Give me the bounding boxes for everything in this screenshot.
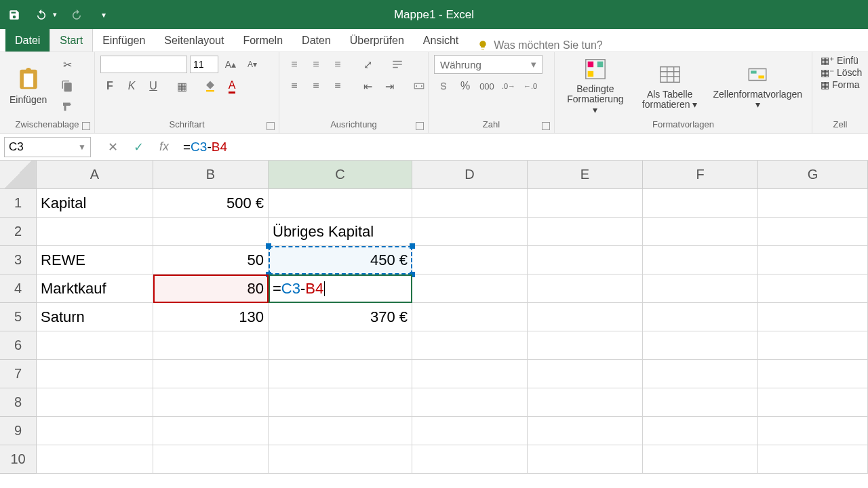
cell-D1[interactable] xyxy=(412,189,528,218)
cell-D3[interactable] xyxy=(412,246,528,274)
cell-B5[interactable]: 130 xyxy=(153,303,269,331)
cell[interactable] xyxy=(37,360,153,388)
cell[interactable] xyxy=(269,388,412,417)
fill-color-icon[interactable] xyxy=(201,77,220,96)
range-handle[interactable] xyxy=(266,272,271,277)
wrap-text-icon[interactable] xyxy=(388,55,407,74)
cell-A2[interactable] xyxy=(37,218,153,246)
thousands-icon[interactable]: 000 xyxy=(477,77,496,96)
align-right-icon[interactable]: ≡ xyxy=(328,77,347,96)
cell-F3[interactable] xyxy=(643,246,758,274)
cell-G5[interactable] xyxy=(758,303,868,331)
tab-data[interactable]: Daten xyxy=(292,29,340,52)
cell[interactable] xyxy=(528,360,643,388)
decrease-indent-icon[interactable]: ⇤ xyxy=(358,77,377,96)
cell-E4[interactable] xyxy=(528,274,643,303)
shrink-font-icon[interactable]: A▾ xyxy=(243,55,262,74)
cancel-icon[interactable]: ✕ xyxy=(103,138,122,157)
name-box[interactable]: C3▼ xyxy=(4,137,91,157)
col-header-B[interactable]: B xyxy=(153,161,269,189)
orientation-icon[interactable]: ⤢ xyxy=(358,55,377,74)
cell[interactable] xyxy=(412,445,528,474)
row-header-9[interactable]: 9 xyxy=(0,417,37,445)
cell-B3[interactable]: 50 xyxy=(153,246,269,274)
bold-button[interactable]: F xyxy=(100,77,119,96)
cell[interactable] xyxy=(643,417,758,445)
range-handle[interactable] xyxy=(410,272,415,277)
row-header-10[interactable]: 10 xyxy=(0,445,37,474)
cell-E2[interactable] xyxy=(528,218,643,246)
cell[interactable] xyxy=(412,360,528,388)
cell[interactable] xyxy=(643,445,758,474)
cell[interactable] xyxy=(412,417,528,445)
enter-icon[interactable]: ✓ xyxy=(129,138,148,157)
cell-F1[interactable] xyxy=(643,189,758,218)
cell[interactable] xyxy=(269,331,412,360)
cell[interactable] xyxy=(758,331,868,360)
undo-dropdown-icon[interactable]: ▾ xyxy=(53,10,57,19)
row-header-3[interactable]: 3 xyxy=(0,246,37,274)
cell-E3[interactable] xyxy=(528,246,643,274)
cell[interactable] xyxy=(758,445,868,474)
row-header-1[interactable]: 1 xyxy=(0,189,37,218)
col-header-C[interactable]: C xyxy=(269,161,412,189)
cell-G3[interactable] xyxy=(758,246,868,274)
number-format-combo[interactable]: Währung▾ xyxy=(434,55,542,74)
launcher-icon[interactable] xyxy=(542,122,550,130)
cell-C3[interactable]: 450 € xyxy=(269,246,412,274)
conditional-formatting-button[interactable]: Bedingte Formatierung ▾ xyxy=(560,56,631,117)
cell[interactable] xyxy=(412,331,528,360)
align-left-icon[interactable]: ≡ xyxy=(285,77,304,96)
cell-A5[interactable]: Saturn xyxy=(37,303,153,331)
font-family-combo[interactable] xyxy=(100,56,187,73)
col-header-E[interactable]: E xyxy=(528,161,643,189)
tab-insert[interactable]: Einfügen xyxy=(93,29,155,52)
row-header-8[interactable]: 8 xyxy=(0,388,37,417)
row-header-7[interactable]: 7 xyxy=(0,360,37,388)
format-as-table-button[interactable]: Als Tabelle formatieren ▾ xyxy=(635,61,705,112)
cell-F2[interactable] xyxy=(643,218,758,246)
align-center-icon[interactable]: ≡ xyxy=(307,77,326,96)
cell-G4[interactable] xyxy=(758,274,868,303)
row-header-4[interactable]: 4 xyxy=(0,274,37,303)
cell-D2[interactable] xyxy=(412,218,528,246)
qat-customize-icon[interactable]: ▾ xyxy=(96,7,111,22)
cell-C5[interactable]: 370 € xyxy=(269,303,412,331)
launcher-icon[interactable] xyxy=(267,122,275,130)
col-header-F[interactable]: F xyxy=(643,161,758,189)
cell[interactable] xyxy=(153,331,269,360)
cell[interactable] xyxy=(153,388,269,417)
format-painter-icon[interactable] xyxy=(58,98,77,117)
tab-file[interactable]: Datei xyxy=(5,29,50,52)
font-size-combo[interactable]: 11 xyxy=(190,56,218,73)
col-header-G[interactable]: G xyxy=(758,161,868,189)
font-color-icon[interactable]: A xyxy=(222,77,241,96)
cell-C1[interactable] xyxy=(269,189,412,218)
cell-B2[interactable] xyxy=(153,218,269,246)
align-top-icon[interactable]: ≡ xyxy=(285,55,304,74)
cell-G1[interactable] xyxy=(758,189,868,218)
cut-icon[interactable]: ✂ xyxy=(58,55,77,74)
cell-E5[interactable] xyxy=(528,303,643,331)
cell-F4[interactable] xyxy=(643,274,758,303)
borders-icon[interactable]: ▦ xyxy=(172,77,191,96)
merge-center-icon[interactable] xyxy=(410,77,429,96)
cell[interactable] xyxy=(37,331,153,360)
row-header-6[interactable]: 6 xyxy=(0,331,37,360)
cell[interactable] xyxy=(643,360,758,388)
cell-A4[interactable]: Marktkauf xyxy=(37,274,153,303)
range-handle[interactable] xyxy=(410,243,415,249)
cell[interactable] xyxy=(758,417,868,445)
align-middle-icon[interactable]: ≡ xyxy=(307,55,326,74)
col-header-D[interactable]: D xyxy=(412,161,528,189)
row-header-2[interactable]: 2 xyxy=(0,218,37,246)
cell[interactable] xyxy=(643,331,758,360)
range-handle[interactable] xyxy=(266,243,271,249)
cell[interactable] xyxy=(758,360,868,388)
undo-icon[interactable] xyxy=(34,7,49,22)
cell-styles-button[interactable]: Zellenformatvorlagen ▾ xyxy=(709,61,806,112)
increase-indent-icon[interactable]: ⇥ xyxy=(380,77,399,96)
select-all-button[interactable] xyxy=(0,161,37,189)
cell-B1[interactable]: 500 € xyxy=(153,189,269,218)
row-header-5[interactable]: 5 xyxy=(0,303,37,331)
